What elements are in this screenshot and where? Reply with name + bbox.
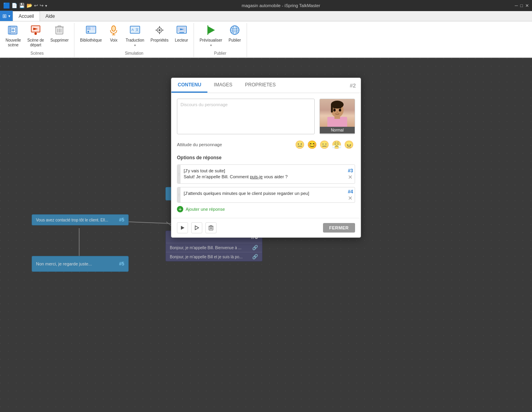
bibliotheque-button[interactable]: Bibliothèque	[78, 23, 104, 44]
emoji-bored[interactable]: 😑	[319, 140, 329, 149]
option-remove-2[interactable]: ✕	[348, 195, 353, 201]
publier-button[interactable]: Publier	[226, 23, 243, 44]
svg-rect-17	[91, 29, 95, 30]
add-response-label: Ajouter une réponse	[186, 207, 225, 212]
supprimer-icon	[55, 25, 64, 37]
title-bar: 🟦 📄 💾 📂 ↩ ↪ ▾ magasin automobile - iSpri…	[0, 0, 532, 11]
lecteur-label: Lecteur	[175, 38, 188, 43]
minimize-icon[interactable]: ─	[515, 3, 518, 8]
quick-access-grid[interactable]: ⊞	[2, 13, 7, 19]
redo-icon[interactable]: ↪	[40, 3, 44, 8]
close-window-icon[interactable]: ✕	[525, 3, 529, 8]
play-button[interactable]	[177, 222, 188, 233]
customize-icon[interactable]: ▾	[45, 4, 47, 8]
quick-access-bar: ⊞ ▾	[0, 11, 13, 21]
character-image-box: Normal	[319, 99, 355, 134]
svg-rect-10	[58, 26, 61, 27]
save-icon[interactable]: 💾	[19, 3, 25, 8]
voix-label: Voix	[110, 38, 118, 43]
option-content-1[interactable]: [J'y vais tout de suite] Salut! Je m'app…	[180, 165, 346, 183]
tab-proprietes-modal[interactable]: PROPRIETES	[239, 78, 282, 93]
window-title: magasin automobile - iSpring TalkMaster	[50, 3, 512, 8]
emoji-annoyed[interactable]: 😤	[332, 140, 342, 149]
quick-access-dropdown[interactable]: ▾	[8, 14, 10, 18]
nouvelle-scene-icon	[8, 25, 19, 37]
tab-images[interactable]: IMAGES	[207, 78, 239, 93]
modal-scene-number: #2	[345, 79, 361, 92]
option-drag-handle-2[interactable]: ⋮	[177, 187, 180, 202]
add-response-button[interactable]: + Ajouter une réponse	[177, 206, 355, 212]
proprietes-label: Propriétés	[150, 38, 169, 43]
modal-header: CONTENU IMAGES PROPRIETES #2	[171, 78, 361, 93]
maximize-icon[interactable]: □	[520, 3, 523, 8]
canvas-area: Vous avez contacté trop tôt le client. E…	[0, 58, 532, 412]
svg-marker-56	[181, 226, 184, 230]
nouvelle-scene-button[interactable]: Nouvelle scène	[3, 23, 23, 49]
tab-contenu[interactable]: CONTENU	[171, 78, 207, 93]
voix-button[interactable]: Voix	[106, 23, 122, 44]
flag-button[interactable]	[191, 222, 202, 233]
traduction-arrow: ▾	[134, 44, 136, 47]
ribbon-group-scenes: Nouvelle scène Scène de départ	[0, 23, 74, 57]
delete-button[interactable]	[205, 222, 217, 233]
character-section: Normal	[177, 99, 355, 134]
scene-depart-label: Scène de départ	[27, 38, 44, 48]
new-icon[interactable]: 📄	[11, 3, 17, 8]
speech-input[interactable]	[177, 99, 315, 134]
ribbon-group-simulation: Bibliothèque Voix A	[74, 23, 194, 57]
tab-accueil[interactable]: Accueil	[13, 11, 40, 21]
close-modal-button[interactable]: FERMER	[323, 223, 355, 233]
svg-point-55	[336, 112, 338, 113]
scene-editor-modal: CONTENU IMAGES PROPRIETES #2	[171, 78, 361, 238]
character-label: Normal	[320, 127, 355, 134]
nouvelle-scene-label: Nouvelle scène	[6, 38, 21, 48]
character-portrait	[319, 99, 355, 127]
previsualiser-button[interactable]: Prévisualiser ▾	[197, 23, 224, 49]
publier-icon	[229, 25, 240, 37]
emoji-neutral[interactable]: 😐	[295, 140, 305, 149]
voix-icon	[108, 25, 119, 37]
option-drag-handle-1[interactable]: ⋮	[177, 165, 180, 183]
modal-overlay: CONTENU IMAGES PROPRIETES #2	[0, 58, 532, 412]
ribbon-group-scenes-label: Scènes	[3, 50, 71, 57]
window-controls: ─ □ ✕	[515, 3, 529, 8]
svg-rect-60	[210, 225, 212, 226]
traduction-icon: A 文	[129, 25, 141, 37]
traduction-label: Traduction	[125, 38, 144, 43]
lecteur-button[interactable]: Lecteur	[173, 23, 190, 44]
modal-body: Normal Attitude du personnage 😐 😊 😑 😤 😠	[171, 93, 361, 218]
option-remove-1[interactable]: ✕	[348, 174, 353, 180]
svg-line-54	[339, 108, 341, 108]
open-icon[interactable]: 📂	[27, 3, 32, 8]
undo-icon[interactable]: ↩	[34, 3, 38, 8]
option-link-2[interactable]: #4	[348, 189, 353, 195]
title-bar-icons: 🟦 📄 💾 📂 ↩ ↪ ▾	[3, 2, 47, 9]
bibliotheque-icon	[86, 25, 97, 37]
proprietes-icon	[154, 25, 165, 37]
scene-depart-button[interactable]: Scène de départ	[25, 23, 46, 49]
ribbon: Nouvelle scène Scène de départ	[0, 21, 532, 58]
svg-rect-50	[331, 105, 333, 113]
supprimer-label: Supprimer	[50, 38, 68, 43]
svg-text:文: 文	[135, 28, 139, 32]
emoji-angry[interactable]: 😠	[344, 140, 354, 149]
option-content-2[interactable]: [J'attends quelques minutes que le clien…	[180, 187, 346, 202]
ribbon-group-publier: Prévisualiser ▾ Publier Publier	[194, 23, 247, 57]
traduction-button[interactable]: A 文 Traduction ▾	[123, 23, 146, 49]
supprimer-button[interactable]: Supprimer	[48, 23, 71, 44]
tab-aide[interactable]: Aide	[40, 11, 61, 21]
bibliotheque-label: Bibliothèque	[80, 38, 102, 43]
emoji-happy[interactable]: 😊	[307, 140, 317, 149]
attitude-label: Attitude du personnage	[177, 142, 294, 147]
options-section: Options de réponse ⋮ [J'y vais tout de s…	[177, 155, 355, 212]
option-link-1[interactable]: #3	[348, 168, 353, 174]
svg-line-53	[333, 108, 336, 108]
svg-marker-35	[208, 26, 215, 34]
previsualiser-label: Prévisualiser	[200, 38, 222, 43]
proprietes-button[interactable]: Propriétés	[148, 23, 171, 44]
lecteur-icon	[176, 25, 187, 37]
options-title: Options de réponse	[177, 155, 355, 160]
svg-point-19	[112, 26, 116, 31]
add-response-icon: +	[177, 206, 183, 212]
svg-point-26	[159, 29, 161, 31]
